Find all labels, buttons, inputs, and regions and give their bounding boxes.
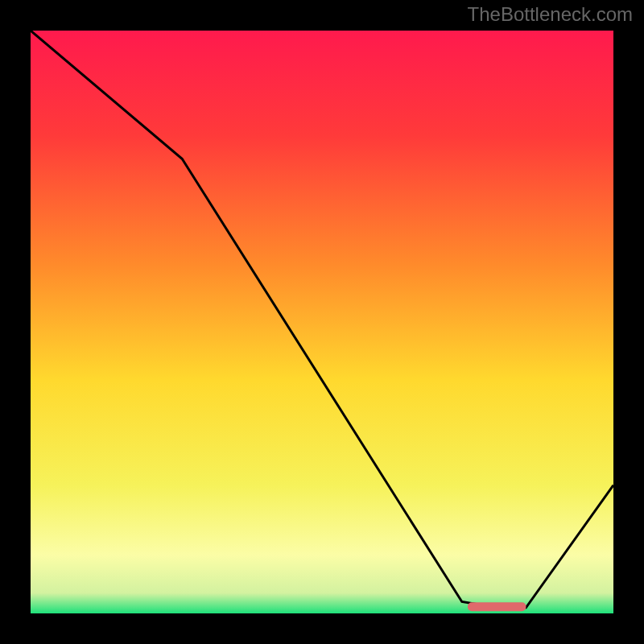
watermark-text: TheBottleneck.com [468,3,633,26]
optimal-range-marker [468,602,526,611]
plot-area [31,31,613,613]
chart-container: TheBottleneck.com [0,0,644,644]
gradient-background [31,31,613,613]
chart-svg [31,31,613,613]
